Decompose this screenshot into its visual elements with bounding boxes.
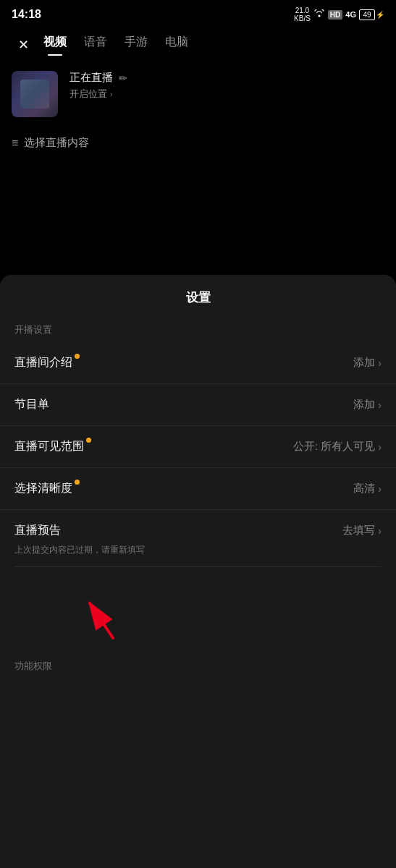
quality-chevron-icon: ›	[378, 483, 382, 495]
section-broadcast-title: 开播设置	[0, 318, 396, 342]
preview-chevron-icon: ›	[378, 525, 382, 537]
location-text: 开启位置	[69, 88, 107, 101]
preview-label: 直播预告	[14, 523, 61, 538]
room-intro-label: 直播间介绍	[14, 355, 72, 370]
settings-item-left: 直播间介绍	[14, 355, 72, 370]
edit-icon[interactable]: ✏	[119, 72, 127, 84]
wifi-icon	[313, 9, 325, 20]
room-intro-value: 添加	[353, 356, 375, 370]
profile-section: 正在直播 ✏ 开启位置 ›	[0, 56, 396, 124]
settings-item-right: 添加 ›	[353, 398, 382, 412]
signal-icon: 4G	[345, 10, 356, 19]
visibility-value: 公开: 所有人可见	[293, 440, 375, 454]
avatar	[12, 71, 58, 117]
visibility-chevron-icon: ›	[378, 441, 382, 453]
tab-items: 视频 语音 手游 电脑	[43, 35, 188, 56]
hd-badge: HD	[328, 10, 342, 20]
profile-info: 正在直播 ✏ 开启位置 ›	[69, 71, 127, 101]
settings-item-right: 高清 ›	[353, 482, 382, 495]
live-status: 正在直播 ✏	[69, 71, 127, 85]
dot-indicator-room-intro	[75, 354, 80, 359]
settings-item-right: 添加 ›	[353, 356, 382, 370]
settings-item-left: 直播预告	[14, 523, 61, 538]
status-time: 14:18	[12, 8, 41, 21]
settings-item-right: 去填写 ›	[342, 524, 382, 537]
settings-title: 设置	[0, 275, 396, 318]
select-content-button[interactable]: ≡ 选择直播内容	[0, 124, 396, 150]
settings-item-quality[interactable]: 选择清晰度 高清 ›	[0, 468, 396, 510]
playlist-chevron-icon: ›	[378, 399, 382, 411]
room-intro-chevron-icon: ›	[378, 357, 382, 369]
quality-label: 选择清晰度	[14, 481, 72, 496]
settings-item-left: 节目单	[14, 397, 49, 412]
tab-pc[interactable]: 电脑	[165, 35, 188, 56]
settings-item-visibility[interactable]: 直播可见范围 公开: 所有人可见 ›	[0, 426, 396, 468]
section-permissions-title: 功能权限	[0, 654, 396, 678]
tab-video[interactable]: 视频	[43, 35, 67, 56]
settings-item-playlist[interactable]: 节目单 添加 ›	[0, 384, 396, 426]
status-bar: 14:18 21.0KB/S HD 4G 49 ⚡	[0, 0, 396, 26]
playlist-value: 添加	[353, 398, 375, 412]
select-content-label: 选择直播内容	[24, 136, 89, 150]
live-status-text: 正在直播	[69, 71, 113, 85]
visibility-label: 直播可见范围	[14, 439, 84, 454]
dot-indicator-visibility	[86, 438, 91, 443]
location-chevron-icon: ›	[110, 90, 113, 98]
settings-item-left: 直播可见范围	[14, 439, 84, 454]
close-button[interactable]: ✕	[12, 33, 35, 56]
settings-panel: 设置 开播设置 直播间介绍 添加 › 节目单 添加 ›	[0, 275, 396, 868]
settings-item-left: 选择清晰度	[14, 481, 72, 496]
tab-bar: ✕ 视频 语音 手游 电脑	[0, 26, 396, 56]
network-speed-icon: 21.0KB/S	[294, 7, 311, 22]
settings-list: 直播间介绍 添加 › 节目单 添加 › 直播可见范围	[0, 342, 396, 567]
settings-item-preview[interactable]: 直播预告 去填写 ›	[0, 510, 396, 551]
red-arrow-indicator	[65, 586, 138, 644]
settings-item-right: 公开: 所有人可见 ›	[293, 440, 382, 454]
playlist-label: 节目单	[14, 397, 49, 412]
dot-indicator-quality	[75, 480, 80, 485]
quality-value: 高清	[353, 482, 375, 495]
location-button[interactable]: 开启位置 ›	[69, 88, 127, 101]
close-icon: ✕	[18, 37, 29, 53]
tab-mobile-game[interactable]: 手游	[125, 35, 148, 56]
preview-value: 去填写	[342, 524, 375, 537]
list-icon: ≡	[12, 137, 18, 150]
status-icons: 21.0KB/S HD 4G 49 ⚡	[294, 7, 384, 22]
settings-item-room-intro[interactable]: 直播间介绍 添加 ›	[0, 342, 396, 384]
battery-icon: 49 ⚡	[359, 9, 384, 20]
tab-voice[interactable]: 语音	[84, 35, 107, 56]
